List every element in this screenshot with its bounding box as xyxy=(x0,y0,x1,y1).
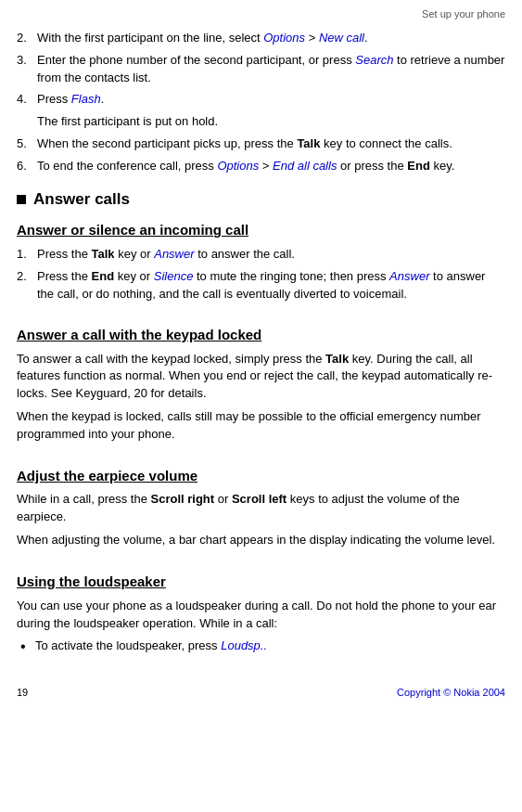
bullet-icon: • xyxy=(20,638,35,655)
list-item: 3. Enter the phone number of the second … xyxy=(17,52,505,87)
list-item: 5. When the second participant picks up,… xyxy=(17,135,505,153)
subsection-title: Answer or silence an incoming call xyxy=(17,220,505,240)
section-heading-answer-calls: Answer calls xyxy=(17,188,505,212)
bullet-item: • To activate the loudspeaker, press Lou… xyxy=(20,638,505,655)
footer-copyright: Copyright © Nokia 2004 xyxy=(397,686,505,701)
paragraph: You can use your phone as a loudspeaker … xyxy=(17,598,505,633)
subsection-title: Answer a call with the keypad locked xyxy=(17,325,505,345)
footer-page-number: 19 xyxy=(17,686,28,701)
subsection-earpiece-volume: Adjust the earpiece volume While in a ca… xyxy=(17,466,505,549)
paragraph: To answer a call with the keypad locked,… xyxy=(17,351,505,404)
paragraph: While in a call, press the Scroll right … xyxy=(17,491,505,526)
list-item: 2. With the first participant on the lin… xyxy=(17,30,505,47)
list-item: 6. To end the conference call, press Opt… xyxy=(17,158,505,175)
subsection-loudspeaker: Using the loudspeaker You can use your p… xyxy=(17,572,505,656)
list-item: 4. Press Flash. xyxy=(17,91,505,109)
page-footer: 19 Copyright © Nokia 2004 xyxy=(0,678,522,708)
subsection-keypad-locked: Answer a call with the keypad locked To … xyxy=(17,325,505,444)
page-header: Set up your phone xyxy=(0,0,522,26)
section-square-icon xyxy=(17,195,26,204)
section-title: Answer calls xyxy=(33,188,130,212)
subsection-answer-silence: Answer or silence an incoming call 1. Pr… xyxy=(17,220,505,303)
indent-text: The first participant is put on hold. xyxy=(37,113,505,131)
paragraph: When the keypad is locked, calls still m… xyxy=(17,408,505,444)
subsection-title: Adjust the earpiece volume xyxy=(17,466,505,486)
list-item: 2. Press the End key or Silence to mute … xyxy=(17,268,505,303)
intro-numbered-list: 2. With the first participant on the lin… xyxy=(17,30,505,175)
list-item: 1. Press the Talk key or Answer to answe… xyxy=(17,246,505,264)
paragraph: When adjusting the volume, a bar chart a… xyxy=(17,532,505,549)
main-content: 2. With the first participant on the lin… xyxy=(0,26,522,669)
subsection-title: Using the loudspeaker xyxy=(17,572,505,592)
